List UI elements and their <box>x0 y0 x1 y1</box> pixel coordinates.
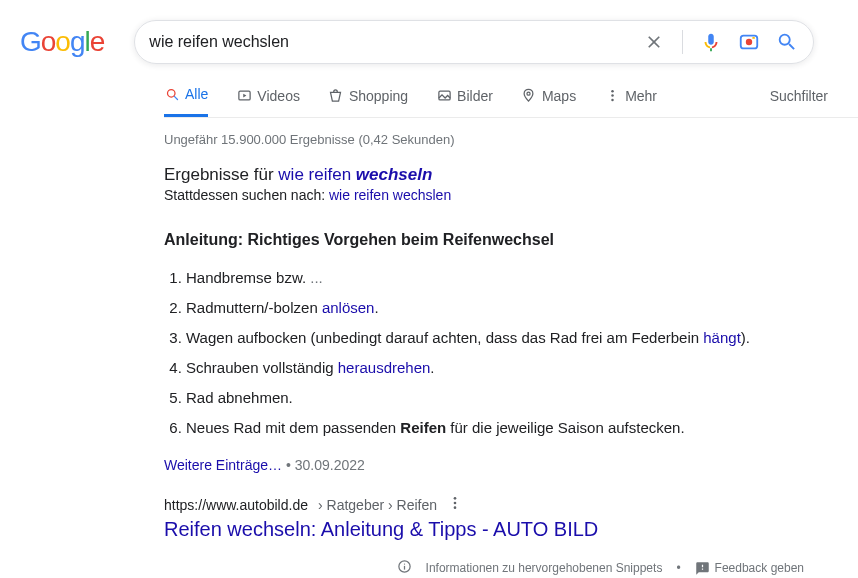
tab-videos[interactable]: Videos <box>236 86 300 117</box>
tab-maps[interactable]: Maps <box>521 86 576 117</box>
spell-original-link[interactable]: wie reifen wechslen <box>329 187 451 203</box>
svg-point-11 <box>454 502 457 505</box>
search-result: https://www.autobild.de › Ratgeber › Rei… <box>164 495 824 541</box>
tab-shopping[interactable]: Shopping <box>328 86 408 117</box>
svg-point-1 <box>746 39 752 45</box>
list-item: Schrauben vollständig herausdrehen. <box>186 353 824 383</box>
svg-point-12 <box>454 506 457 509</box>
svg-rect-15 <box>403 566 404 570</box>
result-host: https://www.autobild.de <box>164 497 308 513</box>
spell-correction: Ergebnisse für wie reifen wechseln Statt… <box>164 165 824 203</box>
image-icon <box>436 88 452 104</box>
list-item: Handbremse bzw. ... <box>186 263 824 293</box>
spell-corrected-link[interactable]: wie reifen wechseln <box>278 165 432 184</box>
tab-label: Mehr <box>625 88 657 104</box>
info-icon[interactable] <box>397 559 412 577</box>
featured-snippet-title: Anleitung: Richtiges Vorgehen beim Reife… <box>164 231 824 249</box>
snippet-date: 30.09.2022 <box>295 457 365 473</box>
pin-icon <box>521 88 537 104</box>
mic-icon[interactable] <box>699 30 723 54</box>
search-small-icon <box>164 86 180 102</box>
svg-point-7 <box>611 90 614 93</box>
svg-point-10 <box>454 497 457 500</box>
feedback-icon <box>695 561 710 576</box>
tab-label: Videos <box>257 88 300 104</box>
svg-point-14 <box>403 563 404 564</box>
tab-mehr[interactable]: Mehr <box>604 86 657 117</box>
google-logo[interactable]: Google <box>20 26 104 58</box>
list-item: Radmuttern/-bolzen anlösen. <box>186 293 824 323</box>
svg-point-9 <box>611 99 614 102</box>
svg-point-6 <box>527 92 530 95</box>
shopping-icon <box>328 88 344 104</box>
spell-prefix: Ergebnisse für <box>164 165 278 184</box>
result-title-link[interactable]: Reifen wechseln: Anleitung & Tipps - AUT… <box>164 518 824 541</box>
lens-icon[interactable] <box>737 30 761 54</box>
search-icon[interactable] <box>775 30 799 54</box>
spell-instead-prefix: Stattdessen suchen nach: <box>164 187 329 203</box>
tab-label: Shopping <box>349 88 408 104</box>
svg-point-3 <box>167 89 175 97</box>
tab-label: Bilder <box>457 88 493 104</box>
svg-point-8 <box>611 94 614 97</box>
result-path: › Ratgeber › Reifen <box>318 497 437 513</box>
snippet-steps: Handbremse bzw. ... Radmuttern/-bolzen a… <box>164 263 824 443</box>
snippet-info-link[interactable]: Informationen zu hervorgehobenen Snippet… <box>426 561 663 575</box>
list-item: Neues Rad mit dem passenden Reifen für d… <box>186 413 824 443</box>
tab-label: Alle <box>185 86 208 102</box>
more-vert-icon <box>604 88 620 104</box>
search-box <box>134 20 814 64</box>
feedback-link[interactable]: Feedback geben <box>695 561 804 576</box>
search-input[interactable] <box>149 33 642 51</box>
list-item: Rad abnehmen. <box>186 383 824 413</box>
more-items-link[interactable]: Weitere Einträge… <box>164 457 282 473</box>
tab-bilder[interactable]: Bilder <box>436 86 493 117</box>
video-icon <box>236 88 252 104</box>
list-item: Wagen aufbocken (unbedingt darauf achten… <box>186 323 824 353</box>
result-more-icon[interactable] <box>447 495 463 514</box>
tab-label: Maps <box>542 88 576 104</box>
tab-alle[interactable]: Alle <box>164 86 208 117</box>
suchfilter-link[interactable]: Suchfilter <box>770 88 828 116</box>
clear-icon[interactable] <box>642 30 666 54</box>
result-stats: Ungefähr 15.900.000 Ergebnisse (0,42 Sek… <box>164 132 824 147</box>
tabs-bar: Alle Videos Shopping Bilder Maps <box>164 86 858 118</box>
svg-rect-2 <box>753 37 756 39</box>
